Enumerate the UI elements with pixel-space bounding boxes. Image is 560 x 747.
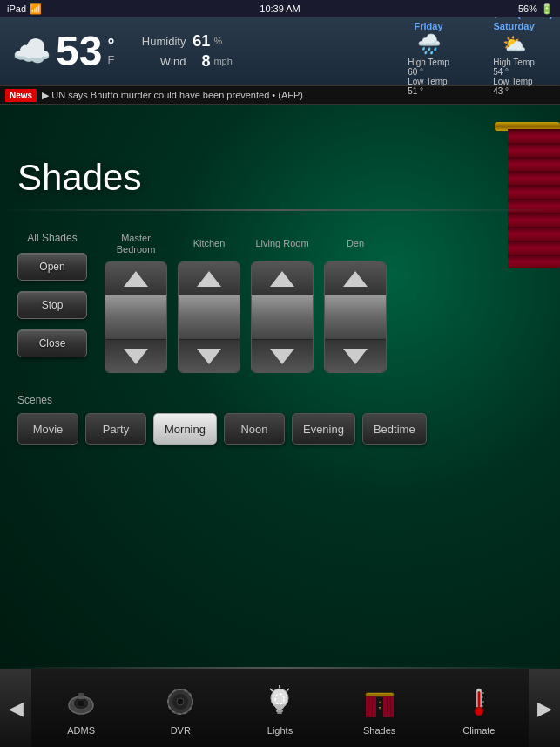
temperature-value: 53 [56, 31, 102, 72]
arrow-down-icon [124, 349, 148, 364]
svg-line-14 [287, 689, 289, 691]
shade-box-master-bedroom [105, 261, 167, 373]
scene-movie-button[interactable]: Movie [17, 413, 78, 445]
scenes-buttons: Movie Party Morning Noon Evening Bedtime [17, 413, 543, 445]
weather-icon: ☁️ [7, 27, 56, 76]
forecast-friday: Friday 🌧️ High Temp 60 ° Low Temp 51 ° [389, 21, 468, 96]
nav-prev-button[interactable]: ◀ [0, 669, 31, 748]
controls-panel: All Shades Open Stop Close MasterBedroom [0, 218, 560, 458]
nav-next-button[interactable]: ▶ [529, 669, 560, 748]
shade-down-den[interactable] [325, 339, 386, 372]
shade-down-kitchen[interactable] [179, 339, 240, 372]
scenes-label: Scenes [17, 394, 543, 406]
svg-rect-10 [276, 710, 283, 712]
scene-bedtime-button[interactable]: Bedtime [362, 413, 427, 445]
humidity-row: Humidity 61 % [125, 32, 232, 51]
shade-up-kitchen[interactable] [179, 262, 240, 295]
dvr-icon [163, 682, 198, 722]
humidity-value: 61 [189, 32, 210, 51]
all-shades-stop-button[interactable]: Stop [17, 291, 87, 319]
adms-icon [64, 682, 98, 722]
battery-icon: 🔋 [541, 3, 553, 15]
room-label-master-bedroom: MasterBedroom [117, 232, 156, 256]
wind-label: Wind [125, 55, 186, 68]
forecast-day-name: Friday [414, 21, 442, 31]
shade-box-kitchen [178, 261, 240, 373]
humidity-label: Humidity [125, 35, 186, 48]
svg-point-7 [177, 698, 184, 705]
all-shades-column: All Shades Open Stop Close [17, 232, 87, 357]
news-badge: News [5, 89, 37, 102]
weather-main: 53 ° F Humidity 61 % Wind 8 mph [56, 31, 233, 72]
shade-box-living-room [251, 261, 314, 373]
shades-icon [362, 682, 397, 722]
scene-evening-button[interactable]: Evening [292, 413, 355, 445]
nav-label-dvr: DVR [171, 725, 191, 736]
weather-bar: ☁️ 53 ° F Humidity 61 % Wind 8 mph New Y… [0, 17, 560, 85]
temp-scale: F [107, 53, 114, 66]
svg-rect-27 [477, 691, 480, 707]
scene-party-button[interactable]: Party [85, 413, 146, 445]
svg-point-2 [78, 701, 84, 706]
room-control-kitchen: Kitchen [178, 232, 240, 373]
forecast-temps-friday: High Temp 60 ° Low Temp 51 ° [408, 58, 449, 96]
humidity-unit: % [213, 36, 222, 46]
shade-up-living-room[interactable] [252, 262, 313, 295]
nav-item-adms[interactable]: ADMS [55, 675, 107, 743]
shade-down-master-bedroom[interactable] [105, 339, 166, 372]
wifi-icon: 📶 [30, 3, 42, 15]
shade-down-living-room[interactable] [252, 339, 313, 372]
all-shades-label: All Shades [27, 232, 77, 244]
svg-rect-11 [277, 712, 282, 714]
room-label-den: Den [347, 232, 364, 256]
shade-up-master-bedroom[interactable] [105, 262, 166, 295]
nav-item-lights[interactable]: Lights [253, 675, 306, 743]
device-name: iPad [7, 3, 26, 14]
status-bar-right: 56% 🔋 [518, 3, 553, 15]
temp-unit: ° [107, 36, 114, 53]
svg-marker-23 [379, 701, 381, 703]
shade-middle-kitchen [179, 295, 240, 339]
scene-noon-button[interactable]: Noon [224, 413, 285, 445]
arrow-up-icon [270, 271, 294, 287]
forecast-saturday: Saturday ⛅ High Temp 54 ° Low Temp 43 ° [475, 21, 553, 96]
forecast-days: Friday 🌧️ High Temp 60 ° Low Temp 51 ° S… [389, 21, 553, 96]
location-forecast: New York, NY (10001) Friday 🌧️ High Temp… [389, 7, 553, 96]
room-control-master-bedroom: MasterBedroom [105, 232, 167, 373]
svg-line-15 [270, 689, 273, 691]
nav-item-dvr[interactable]: DVR [154, 675, 206, 743]
room-label-living-room: Living Room [255, 232, 308, 256]
nav-label-shades: Shades [363, 725, 395, 736]
all-shades-section: All Shades Open Stop Close MasterBedroom [17, 232, 543, 373]
all-shades-open-button[interactable]: Open [17, 253, 87, 281]
svg-marker-24 [379, 707, 381, 710]
status-bar: iPad 📶 10:39 AM 56% 🔋 [0, 0, 560, 17]
low-temp-value: 51 ° [408, 86, 449, 96]
low-temp-label: Low Temp [408, 77, 449, 86]
nav-label-climate: Climate [462, 725, 495, 736]
separator-top [0, 209, 560, 211]
high-temp-value: 60 ° [408, 67, 449, 77]
shade-middle-living-room [252, 295, 313, 339]
status-bar-left: iPad 📶 [7, 3, 42, 15]
svg-rect-20 [383, 696, 394, 717]
shade-up-den[interactable] [325, 262, 386, 295]
shade-middle-master-bedroom [105, 295, 166, 339]
high-temp-value-2: 54 ° [493, 67, 535, 77]
svg-point-26 [475, 707, 483, 716]
battery-level: 56% [518, 3, 537, 14]
scene-morning-button[interactable]: Morning [153, 413, 217, 445]
low-temp-label-2: Low Temp [493, 77, 535, 86]
svg-rect-17 [366, 696, 376, 717]
humidity-wind: Humidity 61 % Wind 8 mph [125, 32, 232, 71]
arrow-up-icon [343, 271, 368, 287]
arrow-down-icon [197, 349, 221, 364]
page-title: Shades [17, 157, 141, 199]
forecast-icon-friday: 🌧️ [417, 33, 441, 56]
scenes-section: Scenes Movie Party Morning Noon Evening … [17, 394, 543, 445]
all-shades-close-button[interactable]: Close [17, 329, 87, 357]
nav-item-shades[interactable]: Shades [354, 675, 406, 743]
shade-middle-den [325, 295, 386, 339]
nav-item-climate[interactable]: Climate [453, 675, 505, 743]
climate-icon [462, 682, 496, 722]
